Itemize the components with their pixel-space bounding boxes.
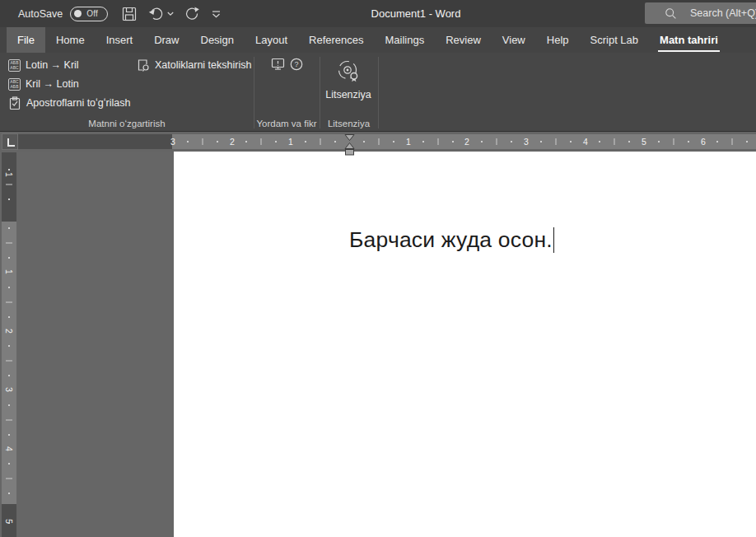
translate-latin-cyrillic-icon: АБВ ABC xyxy=(8,59,21,72)
ruler-tick xyxy=(305,141,306,142)
spellcheck-icon xyxy=(137,58,150,72)
tab-draw[interactable]: Draw xyxy=(143,27,189,53)
undo-button[interactable] xyxy=(147,7,164,21)
help-feedback-button[interactable]: ? xyxy=(287,56,306,72)
redo-button[interactable] xyxy=(184,7,200,21)
tab-design[interactable]: Design xyxy=(190,27,245,53)
ruler-tick xyxy=(245,141,247,142)
ruler-tick xyxy=(746,141,748,142)
group-label-litsenziya: Litsenziya xyxy=(320,119,378,128)
ruler-tick xyxy=(6,361,12,362)
apostrof-button[interactable]: Apostroflarni toʻgʻrilash xyxy=(8,94,130,112)
tab-help[interactable]: Help xyxy=(536,27,580,53)
search-input[interactable]: Search (Alt+Q) xyxy=(645,2,756,24)
ruler-tick xyxy=(8,169,10,170)
customize-quick-access-button[interactable] xyxy=(212,10,221,18)
v-ruler-number: 1 xyxy=(4,264,14,279)
ruler-tick xyxy=(6,479,12,479)
ruler-tick xyxy=(6,184,12,184)
h-ruler-number: 6 xyxy=(701,134,706,149)
indent-markers[interactable] xyxy=(343,134,356,156)
group-separator xyxy=(254,57,254,128)
ruler-tick xyxy=(379,138,380,145)
group-separator xyxy=(378,57,379,128)
lotin-kril-label: Lotin → Kril xyxy=(26,59,79,71)
search-placeholder: Search (Alt+Q) xyxy=(690,7,756,19)
save-button[interactable] xyxy=(122,7,137,21)
ruler-tick xyxy=(320,138,320,145)
autosave-state: Off xyxy=(86,9,98,18)
ruler-tick xyxy=(688,141,689,142)
ruler-tick xyxy=(187,141,189,142)
group-separator xyxy=(320,57,320,128)
icon-row-cyr: АБВ xyxy=(11,84,19,89)
h-ruler-number: 2 xyxy=(464,134,469,149)
ruler-tick xyxy=(6,301,12,302)
ruler-tick xyxy=(363,141,365,142)
v-ruler-top-margin xyxy=(2,152,16,222)
autosave-toggle[interactable]: Off xyxy=(70,7,108,21)
ruler-tick xyxy=(628,141,630,142)
ruler-tick xyxy=(481,141,483,142)
ruler-tick xyxy=(8,522,10,524)
feedback-monitor-icon xyxy=(271,58,285,71)
ruler-tick xyxy=(8,375,10,376)
title-bar: AutoSave Off xyxy=(0,0,756,27)
tab-selector-button[interactable] xyxy=(2,133,18,150)
word-window: AutoSave Off xyxy=(0,0,756,537)
ruler-tick xyxy=(658,141,660,142)
tab-view[interactable]: View xyxy=(492,27,536,53)
ruler-tick xyxy=(437,138,438,145)
ruler-tick xyxy=(275,141,277,142)
ruler-tick xyxy=(570,141,572,142)
lotin-kril-button[interactable]: АБВ ABC Lotin → Kril xyxy=(8,56,79,74)
help-icon: ? xyxy=(290,58,303,71)
h-ruler-light[interactable]: 321123456 xyxy=(172,134,756,149)
ruler-tick xyxy=(8,227,10,229)
tab-home[interactable]: Home xyxy=(45,27,96,53)
v-ruler-number: 4 xyxy=(4,441,14,456)
h-ruler-number: 4 xyxy=(583,134,588,149)
tab-review[interactable]: Review xyxy=(435,27,492,53)
ruler-tick xyxy=(614,138,615,145)
autosave-label: AutoSave xyxy=(18,8,63,20)
ruler-tick xyxy=(540,141,542,142)
ruler-tick xyxy=(8,198,10,200)
ruler-tick xyxy=(334,141,336,142)
document-text[interactable]: Барчаси жуда осон. xyxy=(349,227,553,253)
undo-dropdown-chevron-icon xyxy=(167,12,174,16)
h-ruler-margin xyxy=(18,134,172,149)
ruler-tick xyxy=(555,138,556,145)
tab-references[interactable]: References xyxy=(298,27,374,53)
v-ruler[interactable]: 112345 xyxy=(2,152,16,537)
v-ruler-number: 2 xyxy=(4,324,14,339)
customize-quick-access-icon xyxy=(212,10,221,18)
litsenziya-button-label: Litsenziya xyxy=(325,89,371,100)
svg-text:?: ? xyxy=(294,60,298,68)
tab-layout[interactable]: Layout xyxy=(245,27,298,53)
text-cursor xyxy=(553,227,555,253)
h-ruler-number: 2 xyxy=(230,134,235,149)
tab-stop-icon xyxy=(7,138,15,147)
h-ruler-number: 1 xyxy=(406,134,411,149)
ruler-tick xyxy=(261,138,262,145)
litsenziya-button[interactable]: Litsenziya xyxy=(322,54,375,124)
tab-file[interactable]: File xyxy=(7,27,45,53)
tab-script-lab[interactable]: Script Lab xyxy=(580,27,650,53)
apostrof-label: Apostroflarni toʻgʻrilash xyxy=(26,97,130,109)
feedback-button[interactable] xyxy=(268,56,287,72)
undo-icon xyxy=(147,7,164,21)
tab-matn-tahriri[interactable]: Matn tahriri xyxy=(649,27,729,53)
tab-mailings[interactable]: Mailings xyxy=(375,27,436,53)
ruler-tick xyxy=(393,141,394,142)
ruler-tick xyxy=(6,243,12,244)
undo-dropdown-button[interactable] xyxy=(167,12,174,16)
xatolik-button[interactable]: Xatoliklarni tekshirish xyxy=(137,56,251,74)
ruler-tick xyxy=(8,463,10,465)
group-label-matnni-ozgartirish: Matnni oʻzgartirish xyxy=(0,119,254,128)
h-ruler-number: 1 xyxy=(288,134,293,149)
document-page[interactable]: Барчаси жуда осон. xyxy=(174,152,756,537)
tab-insert[interactable]: Insert xyxy=(96,27,144,53)
kril-lotin-button[interactable]: ABC АБВ Kril → Lotin xyxy=(8,75,79,93)
icon-row-lat: ABC xyxy=(10,65,18,70)
